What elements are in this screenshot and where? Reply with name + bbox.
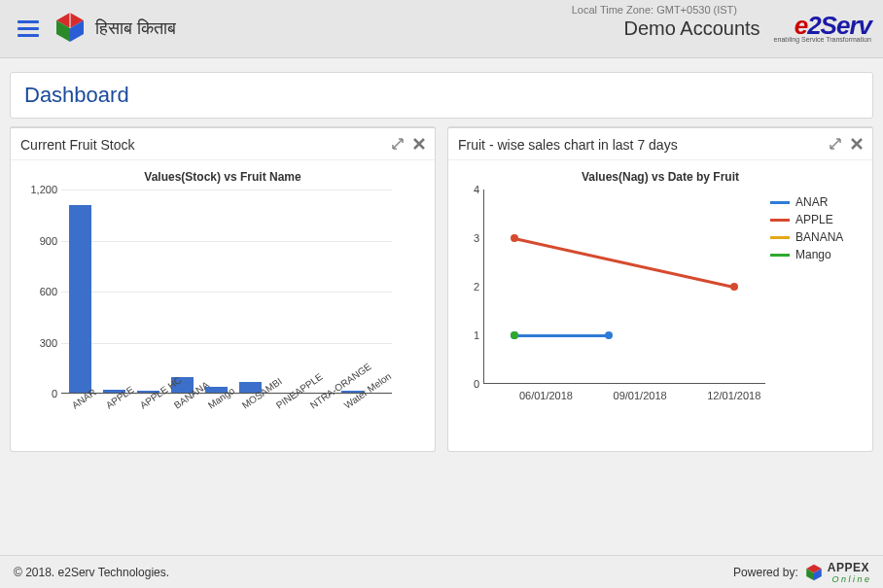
legend-label: BANANA [795,230,843,244]
legend-label: Mango [795,248,831,261]
point-mango [511,331,518,339]
panel-sales-title: Fruit - wise sales chart in last 7 days [458,137,678,153]
brand-text: हिसाब किताब [95,18,176,39]
bar-xlabel: Water Melon [342,389,367,410]
panel-stock-body: Values(Stock) vs Fruit Name 03006009001,… [11,160,435,399]
bar-ytick: 1,200 [18,184,57,195]
close-icon[interactable] [413,136,425,154]
legend-label: ANAR [795,195,828,209]
panel-stock-header: Current Fruit Stock [11,128,435,160]
point-anar [605,331,613,339]
line-xtick: 06/01/2018 [519,390,573,401]
close-icon[interactable] [851,136,863,154]
timezone-label: Local Time Zone: GMT+0530 (IST) [572,4,737,16]
stock-chart-title: Values(Stock) vs Fruit Name [17,170,429,184]
appex-main: APPEX [828,561,869,574]
panel-sales-body: Values(Nag) vs Date by Fruit 01234 06/01… [448,160,872,390]
bar-xlabel: APPLE HC [138,389,162,410]
bar-anar [69,205,91,394]
bar-xlabel: Mango [206,389,230,410]
top-bar: हिसाब किताब Local Time Zone: GMT+0530 (I… [0,0,883,58]
bar-xlabel: NTRA-ORANGE [308,389,333,410]
e2serv-tagline: enabling Service Transformation [774,37,871,43]
sales-line-chart: 01234 06/01/201809/01/201812/01/2018 ANA… [483,190,765,384]
line-segment-anar [514,334,609,337]
bar-xlabel: BANANA [172,389,196,410]
powered-by-label: Powered by: [733,566,798,579]
page-title-bar: Dashboard [10,72,873,119]
bar-xlabel: PINEAPPLE [274,389,299,410]
account-name: Demo Accounts [624,17,760,40]
panels-row: Current Fruit Stock Values(Stock) vs Fru… [0,126,883,452]
appex-sub: O n l i n e [828,574,869,584]
legend-swatch-icon [770,201,790,204]
page-title: Dashboard [24,83,859,108]
footer-copyright: © 2018. e2Serv Technologies. [14,566,169,579]
panel-stock: Current Fruit Stock Values(Stock) vs Fru… [10,126,436,452]
line-segment-apple [514,237,734,289]
point-apple [511,234,518,242]
footer: © 2018. e2Serv Technologies. Powered by:… [0,555,883,588]
panel-stock-title: Current Fruit Stock [20,137,134,153]
brand-cube-icon [53,10,88,49]
bar-xlabel: ANAR [70,389,94,410]
legend-item-anar[interactable]: ANAR [770,195,877,209]
legend-label: APPLE [795,213,833,226]
expand-icon[interactable] [392,136,404,154]
e2serv-logo: e2Serv enabling Service Transformation [774,15,871,44]
line-xtick: 12/01/2018 [707,390,760,401]
appex-logo: APPEX O n l i n e [804,561,869,584]
legend-item-mango[interactable]: Mango [770,248,877,261]
legend-swatch-icon [770,236,790,239]
line-xtick: 09/01/2018 [614,390,667,401]
bar-xlabel: MOSAMBI [240,389,265,410]
point-apple [730,283,738,291]
legend-swatch-icon [770,219,790,222]
bar-ytick: 600 [18,286,57,297]
bar-ytick: 0 [18,388,57,399]
line-ytick: 3 [462,232,479,244]
panel-sales: Fruit - wise sales chart in last 7 days … [447,126,873,452]
top-right: Demo Accounts e2Serv enabling Service Tr… [624,15,871,44]
stock-bar-chart: 03006009001,200 ANARAPPLEAPPLE HCBANANAM… [61,190,392,394]
menu-hamburger-icon[interactable] [12,11,45,47]
sales-legend: ANARAPPLEBANANAMango [770,195,877,265]
line-ytick: 0 [462,378,479,390]
bar-xlabel: APPLE [104,389,128,410]
bar-ytick: 300 [18,337,57,349]
legend-swatch-icon [770,254,790,257]
legend-item-apple[interactable]: APPLE [770,213,877,226]
legend-item-banana[interactable]: BANANA [770,230,877,244]
sales-chart-title: Values(Nag) vs Date by Fruit [454,170,866,184]
expand-icon[interactable] [830,136,841,154]
line-ytick: 4 [462,184,479,195]
bar-ytick: 900 [18,235,57,247]
line-ytick: 1 [462,329,479,341]
line-ytick: 2 [462,281,479,293]
appex-cube-icon [804,563,824,582]
panel-sales-header: Fruit - wise sales chart in last 7 days [448,128,872,160]
